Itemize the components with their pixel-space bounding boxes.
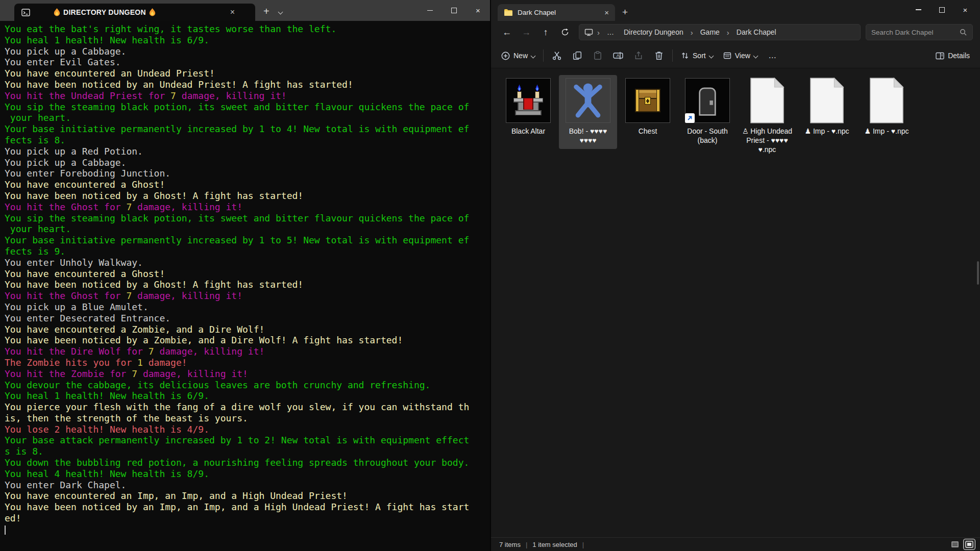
breadcrumb-item-directory-dungeon[interactable]: Directory Dungeon bbox=[621, 27, 687, 37]
search-placeholder: Search Dark Chapel bbox=[871, 29, 960, 36]
terminal-window-controls: × bbox=[418, 0, 490, 21]
delete-button[interactable] bbox=[649, 46, 669, 65]
terminal-tab-title-cluster: DIRECTORY DUNGEON bbox=[54, 8, 156, 16]
terminal-cursor bbox=[5, 525, 6, 535]
explorer-tab-title: Dark Chapel bbox=[518, 9, 600, 16]
bob-person-icon bbox=[566, 78, 610, 123]
chest-icon bbox=[625, 78, 670, 123]
status-divider: | bbox=[582, 541, 584, 548]
npc-file-icon bbox=[804, 78, 849, 123]
details-button-label: Details bbox=[948, 52, 970, 60]
search-icon bbox=[960, 29, 967, 36]
desktop: DIRECTORY DUNGEON × + × You eat the bat'… bbox=[0, 0, 980, 551]
breadcrumb[interactable]: › … Directory Dungeon › Game › Dark Chap… bbox=[579, 24, 861, 40]
explorer-tab[interactable]: Dark Chapel × bbox=[498, 4, 615, 21]
file-label: ♟ Imp - ♥.npc bbox=[805, 127, 849, 136]
rename-button[interactable]: A bbox=[608, 46, 628, 65]
file-label: Bob! - ♥♥♥♥ ♥♥♥♥ bbox=[569, 127, 607, 145]
sort-button[interactable]: Sort bbox=[676, 48, 718, 63]
new-plus-icon bbox=[501, 52, 510, 60]
explorer-tab-close-icon[interactable]: × bbox=[604, 8, 609, 17]
explorer-title-bar: Dark Chapel × + × bbox=[491, 0, 980, 21]
file-item-high-undead-priest[interactable]: ♙ High Undead Priest - ♥♥♥♥ ♥.npc bbox=[738, 75, 796, 158]
explorer-address-row: ← → ↑ › … Directory Dungeon › Game › Dar… bbox=[491, 21, 980, 43]
terminal-tab-title: DIRECTORY DUNGEON bbox=[63, 8, 146, 16]
file-row: Black Altar bbox=[499, 75, 980, 158]
file-explorer-window: Dark Chapel × + × ← → ↑ › … bbox=[490, 0, 980, 551]
file-item-black-altar[interactable]: Black Altar bbox=[499, 75, 557, 140]
sort-button-label: Sort bbox=[693, 52, 706, 60]
view-toggles bbox=[949, 539, 975, 549]
file-label: Black Altar bbox=[511, 127, 545, 136]
toolbar-divider bbox=[672, 49, 673, 62]
cut-button[interactable] bbox=[547, 46, 567, 65]
breadcrumb-chevron-icon: › bbox=[690, 28, 694, 37]
share-button[interactable] bbox=[628, 46, 649, 65]
file-list-area[interactable]: Black Altar bbox=[491, 68, 980, 537]
view-layout-icon bbox=[723, 52, 731, 60]
details-button[interactable]: Details bbox=[930, 48, 975, 63]
search-input[interactable]: Search Dark Chapel bbox=[866, 24, 973, 40]
selection-count: 1 item selected bbox=[532, 541, 577, 548]
explorer-close-button[interactable]: × bbox=[953, 0, 977, 19]
paste-button[interactable] bbox=[587, 46, 608, 65]
status-divider: | bbox=[526, 541, 527, 548]
breadcrumb-item-game[interactable]: Game bbox=[697, 27, 723, 37]
file-item-door-south[interactable]: Door - South (back) bbox=[678, 75, 737, 149]
thumbnail-view-toggle-icon[interactable] bbox=[964, 539, 975, 549]
explorer-minimize-button[interactable] bbox=[906, 0, 930, 19]
sort-arrows-icon bbox=[681, 52, 689, 60]
scrollbar[interactable] bbox=[977, 261, 979, 285]
terminal-window: DIRECTORY DUNGEON × + × You eat the bat'… bbox=[0, 0, 490, 551]
explorer-new-tab-button[interactable]: + bbox=[622, 7, 628, 18]
terminal-tab[interactable]: DIRECTORY DUNGEON × bbox=[14, 4, 255, 21]
forward-button[interactable]: → bbox=[518, 24, 535, 40]
chevron-down-icon bbox=[531, 53, 536, 58]
file-item-bob[interactable]: Bob! - ♥♥♥♥ ♥♥♥♥ bbox=[559, 75, 617, 149]
terminal-maximize-button[interactable] bbox=[442, 0, 466, 21]
explorer-window-controls: × bbox=[906, 0, 977, 19]
breadcrumb-chevron-icon: › bbox=[726, 28, 730, 37]
terminal-tab-dropdown-icon[interactable] bbox=[279, 7, 282, 16]
file-item-imp-1[interactable]: ♟ Imp - ♥.npc bbox=[798, 75, 856, 140]
new-button-label: New bbox=[513, 52, 528, 60]
list-view-toggle-icon[interactable] bbox=[949, 539, 961, 549]
view-button[interactable]: View bbox=[718, 48, 763, 63]
terminal-tab-close-icon[interactable]: × bbox=[230, 8, 235, 16]
new-button[interactable]: New bbox=[496, 48, 540, 64]
breadcrumb-item-dark-chapel[interactable]: Dark Chapel bbox=[733, 27, 779, 37]
explorer-command-bar: New A bbox=[491, 43, 980, 68]
npc-file-icon bbox=[745, 78, 790, 123]
terminal-close-button[interactable]: × bbox=[466, 0, 490, 21]
file-label: ♟ Imp - ♥.npc bbox=[865, 127, 909, 136]
fire-icon bbox=[149, 8, 156, 16]
explorer-status-bar: 7 items | 1 item selected | bbox=[491, 537, 980, 551]
black-altar-icon bbox=[506, 78, 551, 123]
folder-icon bbox=[504, 9, 513, 16]
refresh-button[interactable] bbox=[556, 24, 574, 40]
terminal-minimize-button[interactable] bbox=[418, 0, 442, 21]
file-item-imp-2[interactable]: ♟ Imp - ♥.npc bbox=[857, 75, 916, 140]
svg-text:A: A bbox=[617, 53, 620, 58]
terminal-log[interactable]: You eat the bat's right wing, it tastes … bbox=[0, 21, 490, 551]
shortcut-arrow-icon bbox=[685, 113, 695, 123]
fire-icon bbox=[54, 8, 60, 16]
terminal-new-tab-button[interactable]: + bbox=[263, 6, 270, 17]
file-label: Door - South (back) bbox=[687, 127, 727, 145]
copy-button[interactable] bbox=[567, 46, 587, 65]
terminal-tab-bar: DIRECTORY DUNGEON × + × bbox=[0, 0, 490, 21]
door-icon bbox=[685, 78, 730, 123]
file-label: Chest bbox=[639, 127, 657, 136]
up-button[interactable]: ↑ bbox=[537, 24, 554, 40]
more-options-button[interactable]: … bbox=[763, 46, 783, 65]
toolbar-divider bbox=[543, 49, 544, 62]
breadcrumb-ellipsis[interactable]: … bbox=[604, 27, 617, 37]
back-button[interactable]: ← bbox=[498, 24, 516, 40]
chevron-down-icon bbox=[753, 53, 758, 58]
file-item-chest[interactable]: Chest bbox=[619, 75, 677, 140]
item-count: 7 items bbox=[499, 541, 521, 548]
explorer-maximize-button[interactable] bbox=[930, 0, 953, 19]
view-button-label: View bbox=[735, 52, 750, 60]
breadcrumb-chevron-icon: › bbox=[597, 28, 600, 37]
npc-file-icon bbox=[864, 78, 909, 123]
